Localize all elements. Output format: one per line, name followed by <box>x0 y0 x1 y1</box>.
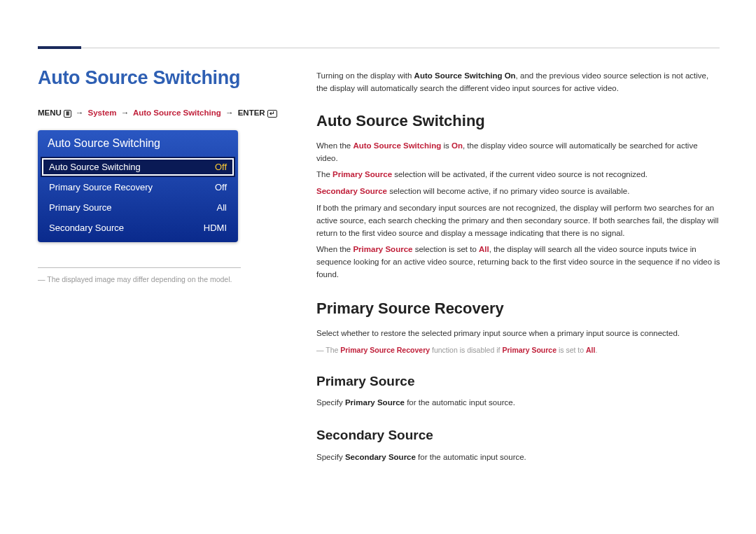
row-primary-source[interactable]: Primary Source All <box>38 197 238 218</box>
paragraph: Select whether to restore the selected p… <box>316 328 721 340</box>
breadcrumb-system: System <box>88 108 117 117</box>
row-value: Off <box>215 162 227 172</box>
paragraph: When the Primary Source selection is set… <box>316 244 721 281</box>
red-text: Primary Source Recovery <box>340 346 430 354</box>
row-label: Primary Source Recovery <box>49 182 153 192</box>
text: is <box>441 141 451 150</box>
text: . <box>595 346 597 354</box>
paragraph: If both the primary and secondary input … <box>316 202 721 239</box>
paragraph: Specify Secondary Source for the automat… <box>316 451 721 464</box>
footnote: The displayed image may differ depending… <box>38 275 277 283</box>
row-auto-source-switching[interactable]: Auto Source Switching Off <box>41 157 235 177</box>
row-primary-source-recovery[interactable]: Primary Source Recovery Off <box>38 177 238 197</box>
row-label: Auto Source Switching <box>49 162 141 172</box>
red-text: Primary Source <box>353 245 412 253</box>
heading-secondary-source: Secondary Source <box>316 425 721 445</box>
breadcrumb-auto-source: Auto Source Switching <box>133 108 221 117</box>
red-text: On <box>451 141 463 150</box>
text: function is disabled if <box>430 346 502 354</box>
text: is set to <box>556 346 586 354</box>
row-label: Primary Source <box>49 202 112 213</box>
red-text: Secondary Source <box>316 187 387 195</box>
red-text: Auto Source Switching <box>353 141 441 150</box>
row-value: HDMI <box>204 223 227 233</box>
bold-text: Auto Source Switching On <box>414 71 516 80</box>
text: selection will be activated, if the curr… <box>392 170 648 178</box>
row-label: Secondary Source <box>49 223 124 233</box>
paragraph: The Primary Source selection will be act… <box>316 169 721 181</box>
note: The Primary Source Recovery function is … <box>316 344 721 356</box>
breadcrumb: MENU → System → Auto Source Switching → … <box>38 108 277 118</box>
panel-header: Auto Source Switching <box>38 130 238 157</box>
text: The <box>326 346 340 354</box>
text: Specify <box>316 398 345 407</box>
row-value: All <box>217 202 227 213</box>
heading-auto-source-switching: Auto Source Switching <box>316 109 721 133</box>
text: selection is set to <box>412 245 479 253</box>
enter-icon <box>267 110 277 118</box>
arrow-icon: → <box>121 108 130 117</box>
text: Turning on the display with <box>316 71 414 80</box>
red-text: All <box>479 245 489 253</box>
intro-paragraph: Turning on the display with Auto Source … <box>316 70 721 95</box>
right-column: Turning on the display with Auto Source … <box>316 70 721 468</box>
page-title: Auto Source Switching <box>38 67 277 89</box>
paragraph: Specify Primary Source for the automatic… <box>316 397 721 409</box>
menu-icon <box>64 110 71 118</box>
panel-body: Auto Source Switching Off Primary Source… <box>38 157 238 242</box>
bold-text: Secondary Source <box>345 453 416 461</box>
header-accent <box>38 46 81 49</box>
text: selection will become active, if no prim… <box>387 187 629 195</box>
paragraph: When the Auto Source Switching is On, th… <box>316 140 721 165</box>
red-text: Primary Source <box>332 170 392 178</box>
breadcrumb-menu: MENU <box>38 108 62 117</box>
text: When the <box>316 245 353 253</box>
text: When the <box>316 141 353 150</box>
paragraph: Secondary Source selection will become a… <box>316 185 721 198</box>
heading-primary-source: Primary Source <box>316 371 721 391</box>
text: The <box>316 170 332 178</box>
heading-primary-source-recovery: Primary Source Recovery <box>316 297 721 321</box>
red-text: All <box>586 346 595 354</box>
header-rule <box>38 48 720 48</box>
text: for the automatic input source. <box>416 453 526 461</box>
red-text: Primary Source <box>502 346 556 354</box>
settings-panel: Auto Source Switching Auto Source Switch… <box>38 130 238 242</box>
text: for the automatic input source. <box>405 398 515 407</box>
text: Specify <box>316 453 345 461</box>
row-value: Off <box>215 182 227 192</box>
breadcrumb-enter: ENTER <box>238 108 265 117</box>
divider <box>38 267 241 268</box>
bold-text: Primary Source <box>345 398 405 407</box>
left-column: Auto Source Switching MENU → System → Au… <box>38 67 277 283</box>
arrow-icon: → <box>225 108 234 117</box>
row-secondary-source[interactable]: Secondary Source HDMI <box>38 218 238 238</box>
arrow-icon: → <box>76 108 84 117</box>
